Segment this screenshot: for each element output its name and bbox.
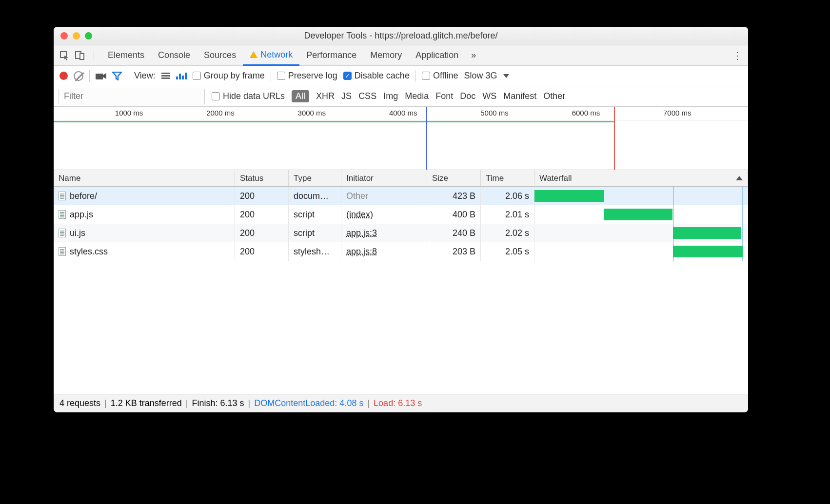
disable-cache-checkbox[interactable]: ✓ Disable cache <box>343 71 410 81</box>
status-finish: Finish: 6.13 s <box>192 398 244 408</box>
cell-status: 200 <box>235 205 289 224</box>
close-window-button[interactable] <box>60 32 68 39</box>
tab-elements[interactable]: Elements <box>101 45 151 66</box>
svg-rect-3 <box>96 74 103 79</box>
tab-memory[interactable]: Memory <box>363 45 409 66</box>
tab-sources[interactable]: Sources <box>197 45 243 66</box>
filter-type-manifest[interactable]: Manifest <box>503 91 536 101</box>
checkbox-icon <box>277 72 285 80</box>
cell-name: styles.css <box>54 242 235 261</box>
cell-type-text: script <box>294 210 315 220</box>
cell-name-text: styles.css <box>70 247 108 257</box>
screenshot-icon[interactable] <box>96 72 106 80</box>
minimize-window-button[interactable] <box>73 32 80 39</box>
device-toggle-icon[interactable] <box>73 49 87 62</box>
checkbox-icon <box>422 72 430 80</box>
hide-data-urls-checkbox[interactable]: Hide data URLs <box>212 91 285 101</box>
cell-waterfall <box>534 205 748 224</box>
cell-type-text: script <box>294 228 315 238</box>
waterfall-guide <box>673 187 673 205</box>
cell-size-text: 400 B <box>453 210 475 220</box>
col-initiator[interactable]: Initiator <box>341 170 427 186</box>
initiator-link[interactable]: app.js:8 <box>346 247 377 257</box>
tab-performance[interactable]: Performance <box>299 45 363 66</box>
cell-name: app.js <box>54 205 235 224</box>
overview-tick: 7000 ms <box>663 109 693 117</box>
overview-tick: 6000 ms <box>572 109 602 117</box>
panel-tabstrip: ElementsConsoleSourcesNetworkPerformance… <box>54 45 748 66</box>
cell-name-text: before/ <box>70 191 97 201</box>
sort-asc-icon <box>736 176 743 180</box>
initiator-link[interactable]: app.js:3 <box>346 228 377 238</box>
preserve-log-checkbox[interactable]: Preserve log <box>277 71 337 81</box>
file-icon <box>59 210 66 219</box>
filter-type-other[interactable]: Other <box>543 91 565 101</box>
group-by-frame-checkbox[interactable]: Group by frame <box>193 71 265 81</box>
cell-status-text: 200 <box>240 228 255 238</box>
tab-network[interactable]: Network <box>243 45 299 66</box>
filter-input[interactable] <box>59 89 205 104</box>
throttling-select[interactable]: Slow 3G <box>464 71 509 81</box>
col-type[interactable]: Type <box>289 170 341 186</box>
filter-type-img[interactable]: Img <box>383 91 398 101</box>
overview-tick: 1000 ms <box>115 109 145 117</box>
overview-tick: 5000 ms <box>480 109 511 117</box>
record-button[interactable] <box>59 72 68 80</box>
waterfall-guide <box>673 205 673 224</box>
table-row[interactable]: app.js200script(index)400 B2.01 s <box>54 205 748 224</box>
filter-type-media[interactable]: Media <box>405 91 429 101</box>
cell-name: ui.js <box>54 224 235 242</box>
status-dcl: DOMContentLoaded: 4.08 s <box>254 398 363 408</box>
table-row[interactable]: styles.css200stylesh…app.js:8203 B2.05 s <box>54 242 748 261</box>
col-status[interactable]: Status <box>235 170 289 186</box>
filter-type-doc[interactable]: Doc <box>460 91 475 101</box>
table-row[interactable]: before/200docum…Other423 B2.06 s <box>54 187 748 205</box>
cell-type: stylesh… <box>289 242 341 261</box>
cell-status: 200 <box>235 224 289 242</box>
checkbox-icon <box>193 72 201 80</box>
file-icon <box>59 229 66 237</box>
tab-console[interactable]: Console <box>151 45 197 66</box>
col-name[interactable]: Name <box>54 170 235 186</box>
col-waterfall[interactable]: Waterfall <box>534 170 748 186</box>
cell-time: 2.05 s <box>481 242 534 261</box>
offline-checkbox[interactable]: Offline <box>422 71 458 81</box>
filter-type-xhr[interactable]: XHR <box>316 91 335 101</box>
disable-cache-label: Disable cache <box>355 71 410 81</box>
cell-waterfall <box>534 242 748 261</box>
filter-type-ws[interactable]: WS <box>482 91 496 101</box>
group-by-frame-label: Group by frame <box>204 71 265 81</box>
warning-icon <box>250 51 257 58</box>
filter-type-css[interactable]: CSS <box>358 91 376 101</box>
table-row[interactable]: ui.js200scriptapp.js:3240 B2.02 s <box>54 224 748 242</box>
cell-time-text: 2.05 s <box>505 247 529 257</box>
traffic-lights <box>54 32 92 39</box>
cell-time-text: 2.06 s <box>505 191 529 201</box>
filter-type-js[interactable]: JS <box>341 91 352 101</box>
large-rows-icon[interactable] <box>161 73 170 79</box>
more-options-icon[interactable]: ⋮ <box>731 50 744 61</box>
initiator-link[interactable]: (index) <box>346 210 373 220</box>
filter-toggle-icon[interactable] <box>112 72 122 80</box>
filter-type-font[interactable]: Font <box>435 91 453 101</box>
inspect-element-icon[interactable] <box>58 49 71 62</box>
tab-application[interactable]: Application <box>409 45 465 66</box>
cell-name: before/ <box>54 187 235 205</box>
overflow-tabs-icon[interactable]: » <box>467 50 480 60</box>
cell-time: 2.02 s <box>481 224 534 242</box>
maximize-window-button[interactable] <box>85 32 92 39</box>
cell-status: 200 <box>235 187 289 205</box>
filter-type-all[interactable]: All <box>292 90 309 102</box>
cell-waterfall <box>534 187 748 205</box>
toolbar-separator <box>128 70 128 82</box>
col-size[interactable]: Size <box>427 170 481 186</box>
waterfall-guide <box>742 224 743 242</box>
overview-marker <box>614 107 615 170</box>
col-time[interactable]: Time <box>481 170 534 186</box>
clear-button[interactable] <box>74 71 83 81</box>
overview-ruler: 1000 ms2000 ms3000 ms4000 ms5000 ms6000 … <box>54 107 748 120</box>
timeline-overview[interactable]: 1000 ms2000 ms3000 ms4000 ms5000 ms6000 … <box>54 107 748 170</box>
request-table: Name Status Type Initiator Size Time Wat… <box>54 170 748 394</box>
status-bar: 4 requests | 1.2 KB transferred | Finish… <box>54 394 748 412</box>
overview-toggle-icon[interactable] <box>176 73 187 79</box>
